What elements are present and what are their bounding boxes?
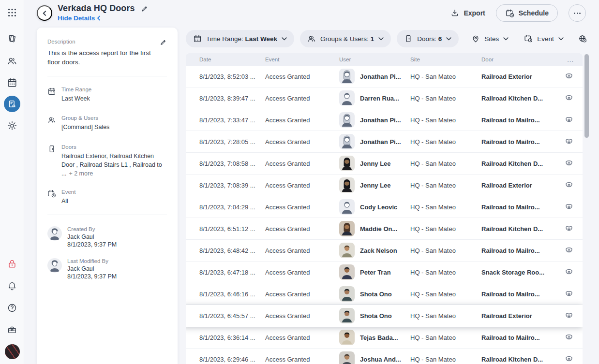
cell-door: Railroad Kitchen D...	[481, 225, 558, 233]
user-name: Jonathan Pi...	[360, 73, 401, 80]
table-row[interactable]: 8/1/2023, 6:45:57 ... Access Granted Sho…	[186, 305, 583, 327]
table-row[interactable]: 8/1/2023, 7:04:29 ... Access Granted Cod…	[186, 196, 583, 218]
dome-camera-icon[interactable]	[564, 180, 574, 190]
cell-door: Railroad to Mailro...	[481, 334, 558, 341]
cell-site: HQ - San Mateo	[410, 225, 481, 233]
cell-event: Access Granted	[265, 182, 339, 189]
timezone-button[interactable]	[575, 30, 590, 47]
page-title: Verkada HQ Doors	[58, 3, 135, 14]
calendar-clock-icon	[47, 189, 56, 198]
people-icon	[307, 34, 316, 43]
table-row[interactable]: 8/1/2023, 6:46:16 ... Access Granted Sho…	[186, 283, 583, 305]
dome-camera-icon[interactable]	[564, 246, 574, 255]
description-label: Description	[47, 39, 75, 44]
cell-event: Access Granted	[265, 312, 339, 320]
globe-clock-icon	[578, 34, 587, 43]
bell-icon[interactable]	[7, 281, 17, 291]
dome-camera-icon[interactable]	[564, 93, 574, 103]
apps-grid-icon[interactable]	[7, 7, 17, 18]
table-row[interactable]: 8/1/2023, 7:08:58 ... Access Granted Jen…	[186, 153, 583, 175]
edit-title-pencil-icon[interactable]	[141, 5, 149, 13]
cell-door: Snack Storage Roo...	[481, 269, 558, 276]
dome-camera-icon[interactable]	[564, 333, 574, 342]
door-icon	[404, 34, 413, 43]
reports-icon[interactable]	[4, 96, 20, 112]
table-row[interactable]: 8/1/2023, 7:08:39 ... Access Granted Jen…	[186, 175, 583, 196]
toolbox-icon[interactable]	[7, 324, 17, 335]
filter-event[interactable]: Event	[521, 30, 567, 47]
user-avatar	[339, 156, 355, 171]
table-row[interactable]: 8/1/2023, 6:48:42 ... Access Granted Zac…	[186, 240, 583, 262]
table-row[interactable]: 8/1/2023, 6:36:14 ... Access Granted Tej…	[186, 327, 583, 349]
user-avatar	[339, 199, 355, 215]
edit-description-pencil-icon[interactable]	[160, 39, 167, 46]
user-avatar	[339, 177, 355, 193]
cell-date: 8/1/2023, 7:28:05 ...	[199, 138, 265, 146]
dome-camera-icon[interactable]	[564, 354, 574, 364]
badge-cards-icon[interactable]	[7, 33, 17, 44]
table-row[interactable]: 8/1/2023, 8:52:03 ... Access Granted Jon…	[186, 66, 583, 87]
doors-more-link[interactable]: + 2 more	[69, 170, 93, 177]
table-header: Date Event User Site Door ...	[186, 53, 583, 66]
cell-date: 8/1/2023, 6:47:18 ...	[199, 269, 265, 276]
user-avatar	[339, 264, 355, 280]
user-name: Shota Ono	[360, 312, 392, 320]
cell-door: Railroad Exterior	[481, 182, 558, 189]
cell-date: 8/1/2023, 6:29:46 ...	[199, 356, 265, 363]
chevron-down-icon	[558, 37, 564, 41]
filter-sites[interactable]: Sites	[468, 30, 511, 47]
col-header-user: User	[339, 57, 410, 62]
filter-groups-users[interactable]: Groups & Users: 1	[300, 30, 391, 47]
people-icon[interactable]	[7, 56, 17, 66]
col-header-door: Door	[481, 57, 558, 62]
dome-camera-icon[interactable]	[564, 224, 574, 233]
table-row[interactable]: 8/1/2023, 7:28:05 ... Access Granted Jon…	[186, 131, 583, 153]
dome-camera-icon[interactable]	[564, 311, 574, 320]
table-row[interactable]: 8/1/2023, 6:51:12 ... Access Granted Mad…	[186, 218, 583, 240]
cell-site: HQ - San Mateo	[410, 291, 481, 298]
dome-camera-icon[interactable]	[564, 159, 574, 168]
cell-date: 8/1/2023, 6:46:16 ...	[199, 291, 265, 298]
filter-bar: Time Range: Last Week Groups & Users: 1 …	[186, 30, 590, 47]
schedule-button[interactable]: Schedule	[496, 4, 558, 22]
cell-date: 8/1/2023, 8:52:03 ...	[199, 73, 265, 80]
dome-camera-icon[interactable]	[564, 267, 574, 277]
more-actions-button[interactable]	[569, 4, 586, 22]
hide-details-link[interactable]: Hide Details	[58, 15, 101, 22]
user-avatar	[339, 90, 355, 106]
export-button[interactable]: Export	[450, 9, 485, 17]
user-avatar	[339, 351, 355, 364]
dome-camera-icon[interactable]	[564, 289, 574, 299]
user-name: Zack Nelson	[360, 247, 397, 254]
detail-doors: Doors Railroad Exterior, Railroad Kitche…	[47, 144, 167, 178]
filter-time-range[interactable]: Time Range: Last Week	[186, 30, 294, 47]
lockdown-icon[interactable]	[7, 259, 17, 269]
table-scrollbar-thumb[interactable]	[584, 54, 589, 138]
column-options-button[interactable]: ...	[558, 56, 574, 63]
cell-event: Access Granted	[265, 356, 339, 363]
filter-doors[interactable]: Doors: 6	[397, 30, 459, 47]
calendar-clock-icon	[505, 9, 514, 18]
table-row[interactable]: 8/1/2023, 6:29:46 ... Access Granted Jos…	[186, 349, 583, 364]
calendar-icon[interactable]	[7, 77, 17, 88]
help-icon[interactable]	[7, 303, 17, 313]
cell-site: HQ - San Mateo	[410, 138, 481, 146]
user-avatar	[339, 330, 355, 345]
dome-camera-icon[interactable]	[564, 72, 574, 81]
user-avatar[interactable]	[5, 344, 20, 359]
gear-icon[interactable]	[7, 120, 17, 131]
dome-camera-icon[interactable]	[564, 115, 574, 125]
table-row[interactable]: 8/1/2023, 7:33:47 ... Access Granted Jon…	[186, 109, 583, 131]
cell-site: HQ - San Mateo	[410, 95, 481, 102]
table-row[interactable]: 8/1/2023, 8:39:47 ... Access Granted Dar…	[186, 87, 583, 109]
cell-door: Railroad to Mailro...	[481, 116, 558, 124]
cell-event: Access Granted	[265, 138, 339, 146]
door-icon	[47, 145, 56, 153]
back-button[interactable]	[37, 5, 52, 21]
dome-camera-icon[interactable]	[564, 137, 574, 146]
dome-camera-icon[interactable]	[564, 202, 574, 212]
back-chevron-icon	[42, 11, 47, 16]
table-row[interactable]: 8/1/2023, 6:47:18 ... Access Granted Pet…	[186, 262, 583, 283]
chevron-down-icon	[378, 37, 384, 41]
cell-site: HQ - San Mateo	[410, 160, 481, 167]
